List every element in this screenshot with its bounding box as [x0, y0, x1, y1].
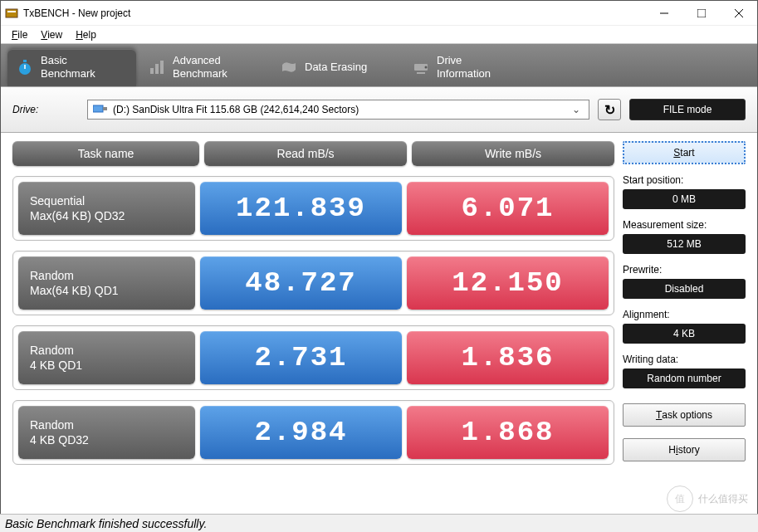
svg-rect-10	[155, 64, 159, 74]
result-row: Random 4 KB QD32 2.984 1.868	[12, 400, 614, 465]
task-name-chip: Sequential Max(64 KB) QD32	[18, 182, 195, 235]
svg-rect-14	[417, 72, 425, 74]
svg-rect-16	[103, 107, 107, 110]
drive-info-icon	[412, 58, 430, 76]
svg-rect-0	[6, 9, 17, 17]
svg-rect-7	[23, 60, 27, 62]
drive-select-text: (D:) SanDisk Ultra Fit 115.68 GB (242,61…	[113, 104, 564, 115]
status-bar: Basic Benchmark finished successfully.	[0, 514, 758, 532]
menubar: File View Help	[1, 26, 757, 44]
start-position-label: Start position:	[623, 174, 746, 186]
read-value: 2.731	[200, 331, 402, 384]
titlebar: TxBENCH - New project	[1, 1, 757, 26]
prewrite-value: Disabled	[623, 279, 746, 299]
tab-strip: BasicBenchmark AdvancedBenchmark Data Er…	[1, 44, 757, 86]
drive-select[interactable]: (D:) SanDisk Ultra Fit 115.68 GB (242,61…	[87, 100, 589, 120]
header-read: Read mB/s	[204, 141, 407, 166]
drive-label: Drive:	[12, 104, 79, 115]
status-text: Basic Benchmark finished successfully.	[5, 517, 207, 530]
svg-rect-15	[93, 105, 103, 112]
task-name-chip: Random 4 KB QD32	[18, 406, 195, 459]
stopwatch-icon	[16, 58, 34, 76]
window-title: TxBENCH - New project	[23, 7, 645, 19]
write-value: 12.150	[407, 256, 609, 310]
start-button[interactable]: Start	[623, 141, 746, 164]
minimize-button[interactable]	[645, 1, 682, 25]
side-panel: Start Start position: 0 MB Measurement s…	[623, 141, 746, 475]
menu-help[interactable]: Help	[69, 27, 103, 42]
refresh-button[interactable]: ↻	[598, 99, 621, 120]
tab-label: AdvancedBenchmark	[173, 54, 227, 80]
read-value: 121.839	[200, 182, 402, 235]
alignment-value: 4 KB	[623, 324, 746, 344]
erase-icon	[280, 58, 298, 76]
bar-chart-icon	[148, 58, 166, 76]
app-icon	[5, 7, 18, 20]
write-value: 1.836	[407, 331, 609, 384]
watermark-text: 什么值得买	[698, 492, 748, 506]
svg-point-13	[425, 66, 428, 68]
task-line1: Random	[30, 268, 183, 283]
menu-view[interactable]: View	[34, 27, 69, 42]
menu-file[interactable]: File	[5, 27, 34, 42]
tab-advanced-benchmark[interactable]: AdvancedBenchmark	[139, 49, 268, 86]
header-task-name: Task name	[12, 141, 199, 166]
results-header-row: Task name Read mB/s Write mB/s	[12, 141, 614, 166]
tab-drive-information[interactable]: DriveInformation	[403, 49, 532, 86]
task-name-chip: Random 4 KB QD1	[18, 331, 195, 384]
measurement-size-label: Measurement size:	[623, 219, 746, 231]
read-value: 48.727	[200, 256, 402, 310]
task-line2: Max(64 KB) QD1	[30, 283, 183, 298]
history-button[interactable]: History	[623, 438, 746, 461]
prewrite-label: Prewrite:	[623, 264, 746, 276]
task-options-button[interactable]: Task options	[623, 403, 746, 427]
write-value: 6.071	[407, 182, 609, 235]
task-line1: Random	[30, 343, 183, 358]
tab-label: Data Erasing	[305, 61, 367, 74]
writing-data-label: Writing data:	[623, 354, 746, 365]
start-position-value: 0 MB	[623, 189, 746, 209]
result-row: Sequential Max(64 KB) QD32 121.839 6.071	[12, 176, 614, 241]
task-line1: Random	[30, 417, 183, 432]
header-write: Write mB/s	[412, 141, 614, 166]
close-button[interactable]	[720, 1, 757, 25]
tab-data-erasing[interactable]: Data Erasing	[271, 49, 400, 86]
svg-rect-1	[7, 11, 16, 12]
writing-data-value: Random number	[623, 368, 746, 388]
chevron-down-icon: ⌄	[569, 104, 584, 115]
read-value: 2.984	[200, 406, 402, 459]
task-name-chip: Random Max(64 KB) QD1	[18, 256, 195, 310]
task-line2: 4 KB QD1	[30, 358, 183, 373]
tab-basic-benchmark[interactable]: BasicBenchmark	[7, 49, 136, 86]
watermark-badge: 值	[667, 486, 693, 512]
alignment-label: Alignment:	[623, 309, 746, 320]
tab-label: BasicBenchmark	[41, 54, 95, 80]
svg-rect-3	[697, 9, 706, 17]
task-line1: Sequential	[30, 193, 183, 208]
refresh-icon: ↻	[604, 102, 615, 118]
write-value: 1.868	[407, 406, 609, 459]
tab-label: DriveInformation	[437, 54, 491, 80]
maximize-button[interactable]	[682, 1, 720, 25]
file-mode-button[interactable]: FILE mode	[629, 99, 746, 120]
task-line2: 4 KB QD32	[30, 432, 183, 447]
drive-bar: Drive: (D:) SanDisk Ultra Fit 115.68 GB …	[1, 86, 757, 133]
drive-icon	[93, 103, 108, 117]
main-area: Task name Read mB/s Write mB/s Sequentia…	[1, 133, 757, 483]
watermark: 值 什么值得买	[667, 486, 748, 512]
result-row: Random Max(64 KB) QD1 48.727 12.150	[12, 251, 614, 315]
svg-rect-11	[160, 61, 164, 74]
results-column: Task name Read mB/s Write mB/s Sequentia…	[12, 141, 614, 475]
task-line2: Max(64 KB) QD32	[30, 208, 183, 223]
measurement-size-value: 512 MB	[623, 234, 746, 254]
result-row: Random 4 KB QD1 2.731 1.836	[12, 325, 614, 390]
svg-rect-9	[150, 68, 154, 74]
